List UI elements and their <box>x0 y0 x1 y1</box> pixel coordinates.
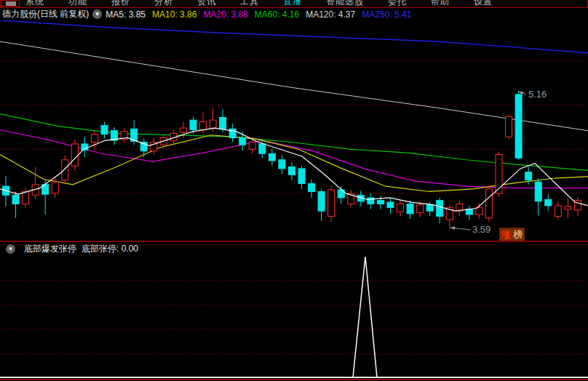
ma-label: MA5: 3.85 <box>106 9 146 20</box>
stock-title: 德力股份(日线 前复权) <box>2 8 89 20</box>
menu-item[interactable]: 智能选股 <box>326 0 364 6</box>
menu-item[interactable]: 资讯 <box>197 0 216 6</box>
ma-label: MA60: 4.16 <box>255 9 299 20</box>
chevron-down-icon[interactable]: ▾ <box>92 9 102 19</box>
menu-system-icon <box>6 1 16 6</box>
price-annotation: 5.16 <box>528 89 547 100</box>
app-window: 系统功能报价分析资讯工具直播智能选股委托帮助设置 德力股份(日线 前复权) ▾ … <box>0 0 588 381</box>
bottom-border <box>0 379 588 380</box>
menu-system-button[interactable] <box>1 0 20 7</box>
candlestick-chart[interactable]: 5.163.59涨榜 <box>0 20 588 241</box>
menu-item[interactable]: 工具 <box>240 0 259 6</box>
indicator-panel-header: ▾ 底部爆发张停 底部张停: 0.00 <box>2 243 138 254</box>
indicator-value-number: 0.00 <box>122 244 138 254</box>
menu-item[interactable]: 功能 <box>68 0 87 6</box>
ma-label: MA20: 3.88 <box>203 9 247 20</box>
ma-label: MA250: 5.41 <box>362 9 411 20</box>
indicator-value-label: 底部张停: <box>82 244 119 254</box>
ma-label: MA10: 3.86 <box>152 9 196 20</box>
ma-label: MA120: 4.37 <box>306 9 355 20</box>
titlebar: 德力股份(日线 前复权) ▾ MA5: 3.85MA10: 3.86MA20: … <box>0 8 588 20</box>
limit-up-board-marker: 涨 <box>501 229 512 240</box>
menubar: 系统功能报价分析资讯工具直播智能选股委托帮助设置 <box>0 0 588 8</box>
limit-up-board-marker: 榜 <box>513 229 523 240</box>
indicator-value: 底部张停: 0.00 <box>82 243 138 255</box>
menu-item[interactable]: 委托 <box>388 0 407 6</box>
menu-item[interactable]: 帮助 <box>431 0 450 6</box>
ma-values-row: MA5: 3.85MA10: 3.86MA20: 3.88MA60: 4.16M… <box>106 9 411 20</box>
menu-item[interactable]: 分析 <box>154 0 173 6</box>
menu-item[interactable]: 报价 <box>111 0 130 6</box>
menu-item[interactable]: 设置 <box>474 0 493 6</box>
menu-item[interactable]: 直播 <box>283 0 302 6</box>
indicator-chart[interactable] <box>0 255 588 381</box>
menu-item[interactable]: 系统 <box>25 0 44 6</box>
indicator-name: 底部爆发张停 <box>24 243 76 255</box>
price-annotation: 3.59 <box>472 224 490 235</box>
indicator-chevron-down-icon[interactable]: ▾ <box>6 244 15 254</box>
menubar-items: 系统功能报价分析资讯工具直播智能选股委托帮助设置 <box>25 0 493 6</box>
